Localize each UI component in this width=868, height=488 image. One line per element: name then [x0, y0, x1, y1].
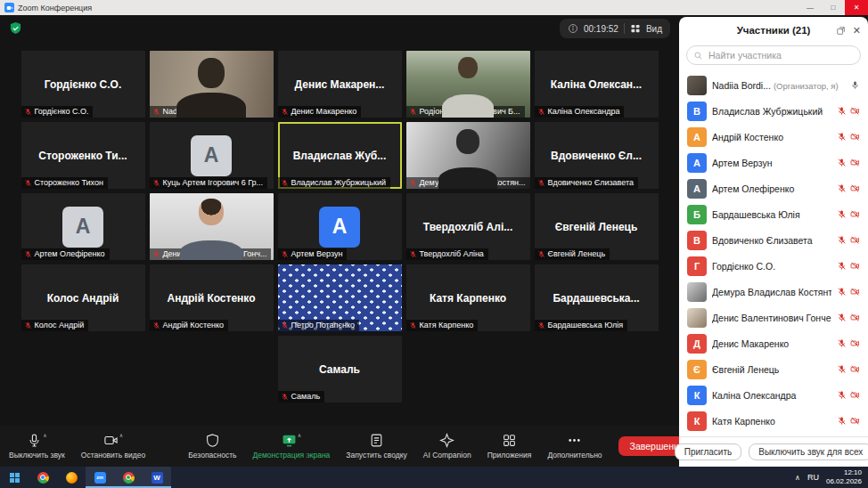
hidden-icons-chevron[interactable]: ∧ [795, 474, 800, 482]
participant-row[interactable]: А Андрій Костенко [679, 124, 868, 150]
muted-mic-icon [152, 179, 160, 187]
start-summary-button[interactable]: Запустить сводку [346, 433, 406, 460]
participant-tile[interactable]: Демура Владислав Костян... [406, 122, 530, 189]
participant-tile[interactable]: Самаль Самаль [278, 336, 402, 403]
chevron-up-icon[interactable]: ∧ [298, 433, 301, 438]
participant-tile[interactable]: Вдовиченко Єл... Вдовиченко Єлизавета [535, 122, 659, 189]
close-button[interactable]: ✕ [845, 0, 868, 15]
tile-participant-name: Родіон Володимирович Б... [420, 107, 520, 116]
participant-tile[interactable]: Денис Макарен... Денис Макаренко [278, 51, 402, 118]
participant-row[interactable]: Денис Валентинович Гончере... [679, 305, 868, 330]
participant-row[interactable]: А Артем Верзун [679, 150, 868, 175]
tile-name-label: Колос Андрій [21, 320, 89, 331]
minimize-button[interactable]: — [798, 0, 822, 15]
participant-row[interactable]: Є Євгеній Ленець [679, 356, 868, 382]
participant-tile[interactable]: Колос Андрій Колос Андрій [21, 264, 145, 331]
video-off-icon [850, 183, 860, 193]
participants-panel: Участники (21) ✕ Nadiia Bordi... (Орган [679, 17, 868, 467]
participant-tile[interactable]: А Артем Верзун [278, 193, 402, 260]
participant-avatar: А [687, 127, 707, 147]
participant-name: Катя Карпенко [712, 416, 775, 427]
tile-name-label: Петро Потапєнко [278, 320, 360, 331]
muted-mic-icon [837, 390, 847, 400]
language-indicator[interactable]: RU [807, 473, 819, 482]
firefox-icon[interactable] [57, 467, 86, 488]
chevron-up-icon[interactable]: ∧ [43, 433, 46, 438]
info-icon[interactable] [568, 23, 578, 34]
participant-avatar: К [687, 386, 707, 405]
search-input[interactable] [686, 45, 861, 65]
participant-tile[interactable]: Гордієнко С.О. Гордієнко С.О. [21, 51, 145, 118]
desktop-screen: Zoom Конференция — □ ✕ 00:19:52 [0, 0, 868, 488]
participant-tile[interactable]: Петро Потапєнко [278, 264, 402, 331]
security-shield-icon[interactable] [9, 21, 22, 36]
participant-tile[interactable]: Євгеній Ленець Євгеній Ленець [535, 193, 659, 260]
participant-tile[interactable]: Владислав Жуб... Владислав Жубржицький [278, 122, 402, 189]
popout-icon[interactable] [836, 26, 846, 36]
participant-name: Владислав Жубржицький [712, 106, 823, 117]
mute-all-button[interactable]: Выключить звук для всех [749, 443, 868, 460]
avatar-letter: Б [693, 209, 700, 220]
stop-video-button[interactable]: ∧ Остановить видео [81, 433, 145, 460]
tile-participant-name: Куць Артем Ігорович 6 Гр... [163, 178, 264, 187]
start-button[interactable] [0, 467, 29, 488]
invite-button[interactable]: Пригласить [675, 443, 742, 460]
participant-tile[interactable]: Катя Карпенко Катя Карпенко [406, 264, 530, 331]
muted-mic-icon [837, 183, 847, 193]
chevron-up-icon[interactable]: ∧ [119, 433, 123, 438]
muted-mic-icon [837, 338, 847, 348]
participant-row[interactable]: Г Гордієнко С.О. [679, 253, 868, 279]
tile-name-label: Демура Владислав Костян... [406, 177, 530, 189]
participant-row[interactable]: В Владислав Жубржицький [679, 98, 868, 124]
word-icon[interactable]: W [143, 467, 171, 488]
participant-tile[interactable]: Стороженко Ти... Стороженко Тихон [21, 122, 145, 189]
tile-name-label: Родіон Володимирович Б... [406, 106, 525, 118]
clock[interactable]: 12:10 06.02.2026 [826, 468, 862, 485]
ai-companion-button[interactable]: AI Companion [423, 433, 471, 460]
participant-tile[interactable]: Родіон Володимирович Б... [406, 51, 530, 118]
participant-tile[interactable]: Бардашевська... Бардашевська Юлія [535, 264, 659, 331]
tile-name-label: Куць Артем Ігорович 6 Гр... [150, 177, 268, 189]
participant-tile[interactable]: Каліна Олексан... Каліна Олександра [535, 51, 659, 118]
view-button[interactable]: Вид [646, 24, 662, 34]
apps-button[interactable]: Приложения [487, 433, 532, 460]
close-panel-icon[interactable]: ✕ [853, 26, 861, 36]
video-off-icon [850, 313, 860, 322]
mute-button[interactable]: ∧ Выключить звук [9, 433, 65, 460]
participant-row[interactable]: А Артем Олефіренко [679, 175, 868, 201]
participant-row[interactable]: В Вдовиченко Єлизавета [679, 227, 868, 253]
participant-tile[interactable]: Nadiia Bordiuzha [150, 51, 274, 118]
participant-row[interactable]: Д Денис Макаренко [679, 330, 868, 356]
avatar-letter: А [693, 132, 700, 142]
chrome-app-icon[interactable] [114, 467, 143, 488]
tile-participant-name: Денис Макаренко [291, 107, 357, 116]
more-button[interactable]: Дополнительно [547, 433, 602, 460]
video-grid: Гордієнко С.О. Гордієнко С.О. [0, 42, 679, 426]
participants-list: Nadiia Bordi... (Организатор, я) В Влади… [679, 70, 868, 436]
mic-icon [850, 80, 860, 90]
participant-name: Денис Макаренко [712, 338, 789, 349]
participant-role: (Организатор, я) [774, 81, 839, 91]
participant-tile[interactable]: Твердохліб Алі... Твердохліб Аліна [406, 193, 530, 260]
system-tray: ∧ RU 12:10 06.02.2026 [795, 467, 868, 488]
participant-row[interactable]: Демура Владислав Костянтин... [679, 279, 868, 305]
more-dots-icon [567, 433, 582, 448]
share-screen-button[interactable]: ∧ Демонстрация экрана [252, 433, 330, 460]
muted-mic-icon [837, 313, 847, 322]
participant-row[interactable]: К Каліна Олександра [679, 382, 868, 408]
participant-tile[interactable]: А Куць Артем Ігорович 6 Гр... [150, 122, 274, 189]
tile-name-label: Твердохліб Аліна [406, 248, 488, 260]
maximize-button[interactable]: □ [822, 0, 845, 15]
participant-avatar: А [687, 153, 707, 173]
participant-tile[interactable]: Андрій Костенко Андрій Костенко [150, 264, 274, 331]
participant-row[interactable]: Б Бардашевська Юлія [679, 201, 868, 227]
security-button[interactable]: Безопасность [188, 433, 236, 460]
participant-row[interactable]: К Катя Карпенко [679, 408, 868, 434]
participant-tile[interactable]: А Артем Олефіренко [21, 193, 145, 260]
chrome-icon[interactable] [29, 467, 57, 488]
apps-grid-icon [502, 433, 517, 448]
participant-tile[interactable]: Денис Валентинович Гонч... [150, 193, 274, 260]
zoom-taskbar-icon[interactable]: zm [86, 467, 114, 488]
participant-row[interactable]: Nadiia Bordi... (Организатор, я) [679, 72, 868, 98]
participant-name: Артем Верзун [712, 158, 773, 168]
